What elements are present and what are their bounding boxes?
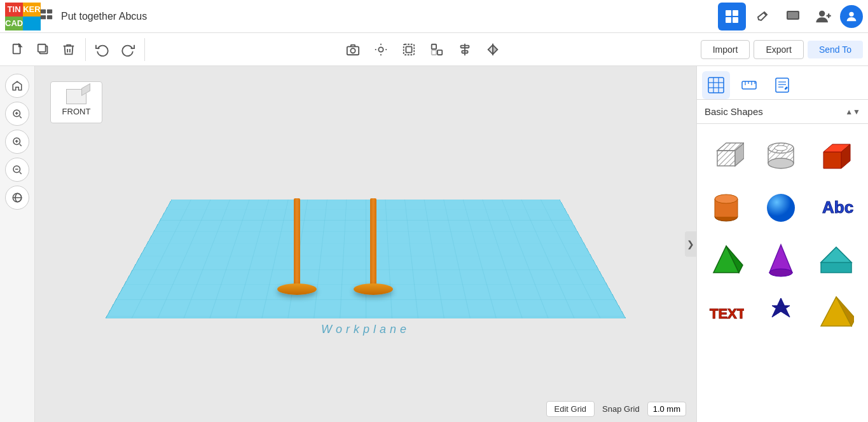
left-sidebar [0,66,35,422]
svg-point-20 [378,47,383,51]
viewport[interactable]: FRONT Workplane [35,66,696,422]
svg-rect-10 [788,12,798,18]
workplane-grid [105,200,626,319]
svg-text:Abc: Abc [822,198,853,217]
svg-marker-34 [488,44,493,54]
panel-tabs [697,66,868,100]
shape-box[interactable] [703,133,749,179]
build-button[interactable] [748,3,776,31]
ungroup-button[interactable] [424,37,450,62]
svg-rect-6 [726,17,731,23]
import-button[interactable]: Import [701,40,750,59]
undo-button[interactable] [90,37,115,62]
add-user-button[interactable] [809,3,837,31]
align-button[interactable] [452,37,478,62]
shape-pyramid-yellow[interactable] [813,289,859,335]
svg-marker-35 [493,44,497,54]
svg-rect-58 [776,78,789,92]
svg-marker-85 [769,245,792,273]
shape-cone-purple[interactable] [758,237,804,283]
edit-grid-button[interactable]: Edit Grid [546,401,595,417]
post-base-1 [277,283,317,295]
svg-rect-0 [41,10,46,13]
tab-notes[interactable] [768,71,796,99]
svg-marker-63 [717,151,735,166]
shape-text-red[interactable]: TEXT [703,289,749,335]
main-area: FRONT Workplane [0,66,868,422]
svg-rect-48 [708,78,724,93]
post-stem-2 [370,198,376,287]
svg-rect-46 [105,200,626,319]
svg-rect-1 [47,10,52,13]
project-title: Put together Abcus [61,11,718,22]
shape-star-blue[interactable] [758,289,804,335]
workplane-container: Workplane [35,66,696,422]
scene-wrapper: Workplane [143,117,588,371]
toolbar-right [340,37,506,62]
svg-point-86 [769,269,792,276]
light-button[interactable] [368,37,394,62]
post-stem-1 [294,198,300,287]
gallery-button[interactable] [779,3,807,31]
grid-controls: Edit Grid Snap Grid 1.0 mm [546,401,686,417]
grid-view-button[interactable] [718,3,746,31]
svg-rect-26 [406,46,411,52]
shape-cylinder[interactable] [703,185,749,231]
home-view-button[interactable] [5,74,29,98]
perspective-button[interactable] [5,186,29,210]
shape-cylinder-hollow[interactable] [758,133,804,179]
shape-pyramid-green[interactable] [703,237,749,283]
toolbar: Import Export Send To [0,33,868,66]
shape-roof-teal[interactable] [813,237,859,283]
svg-marker-90 [772,298,790,317]
svg-point-69 [768,158,794,168]
logo-n: CAD [5,17,23,31]
separator-1 [85,38,86,61]
snap-grid-label: Snap Grid [602,404,640,414]
duplicate-button[interactable] [31,37,56,62]
send-to-button[interactable]: Send To [808,41,863,58]
shapes-grid: Abc TEXT [697,124,868,344]
shape-red-cube[interactable] [813,133,859,179]
top-navigation: TIN KER CAD Put together Abcus [0,0,868,33]
shape-text[interactable]: Abc [813,185,859,231]
svg-point-70 [775,146,787,151]
zoom-in-button[interactable] [5,130,29,154]
logo-t: TIN [5,3,23,17]
user-avatar[interactable] [840,5,863,28]
logo-i: KER [23,3,40,17]
post-base-2 [354,283,393,295]
logo-k [23,17,40,31]
svg-point-11 [819,10,825,16]
svg-rect-29 [432,50,436,54]
shape-sphere[interactable] [758,185,804,231]
separator-2 [144,38,145,61]
zoom-out-button[interactable] [5,158,29,182]
svg-rect-4 [726,10,731,16]
import-export-area: Import Export Send To [697,40,863,59]
svg-rect-25 [404,44,415,55]
collapse-panel-button[interactable]: ❯ [685,231,696,257]
group-button[interactable] [396,37,422,62]
export-button[interactable]: Export [754,40,803,59]
svg-rect-17 [38,44,46,51]
svg-marker-88 [821,247,851,262]
svg-rect-28 [437,50,442,54]
svg-text:TEXT: TEXT [710,306,744,322]
new-button[interactable] [5,37,31,62]
right-panel: Basic Shapes ▲▼ [696,66,868,422]
zoom-fit-button[interactable] [5,102,29,126]
shapes-dropdown[interactable]: Basic Shapes ▲▼ [697,100,868,124]
snap-grid-dropdown[interactable]: 1.0 mm [647,402,686,416]
mirror-button[interactable] [480,37,506,62]
svg-rect-7 [733,17,738,23]
delete-button[interactable] [56,37,81,62]
redo-button[interactable] [115,37,141,62]
app-list-icon[interactable] [39,8,53,25]
camera-button[interactable] [340,37,366,62]
tab-grid[interactable] [702,71,730,99]
svg-rect-2 [41,15,46,19]
tab-ruler[interactable] [735,71,763,99]
svg-marker-73 [823,152,841,168]
logo[interactable]: TIN KER CAD [5,3,33,31]
